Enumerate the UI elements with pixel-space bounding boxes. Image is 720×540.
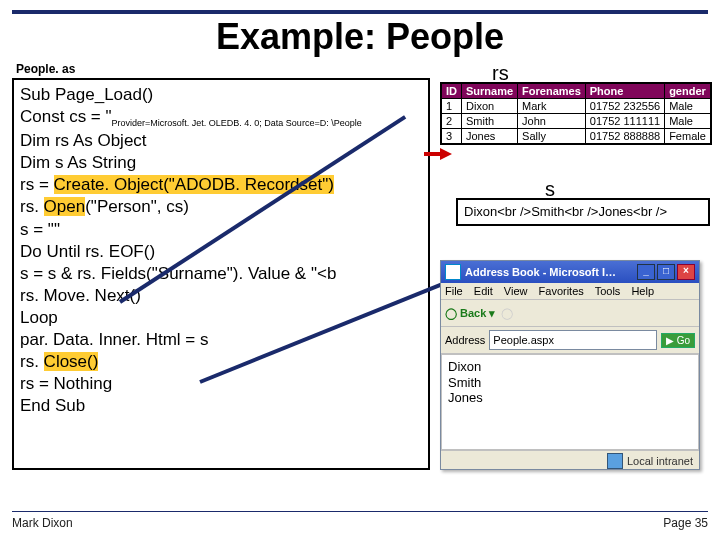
table-row: 2 Smith John 01752 111111 Male <box>441 114 711 129</box>
address-bar: Address ▶ Go <box>441 327 699 354</box>
maximize-button[interactable]: □ <box>657 264 675 280</box>
slide-title: Example: People <box>0 16 720 58</box>
code-line: Const cs = "Provider=Microsoft. Jet. OLE… <box>20 106 422 130</box>
footer-page: Page 35 <box>663 516 708 530</box>
s-box: Dixon<br />Smith<br />Jones<br /> <box>456 198 710 226</box>
col-surname: Surname <box>462 83 518 99</box>
code-text: rs. <box>20 352 44 371</box>
menu-edit[interactable]: Edit <box>474 285 493 297</box>
code-line: rs. Move. Next() <box>20 285 422 307</box>
table-header-row: ID Surname Forenames Phone gender <box>441 83 711 99</box>
window-buttons: _ □ × <box>637 264 695 280</box>
cell: 01752 888888 <box>585 129 664 145</box>
cell: 3 <box>441 129 462 145</box>
table-row: 1 Dixon Mark 01752 232556 Male <box>441 99 711 114</box>
code-line: rs. Open("Person", cs) <box>20 196 422 218</box>
code-text: ("Person", cs) <box>85 197 189 216</box>
cell: 1 <box>441 99 462 114</box>
cell: Mark <box>518 99 586 114</box>
titlebar: Address Book - Microsoft I… _ □ × <box>441 261 699 283</box>
data-table: ID Surname Forenames Phone gender 1 Dixo… <box>440 82 712 145</box>
footer-author: Mark Dixon <box>12 516 73 530</box>
address-input[interactable] <box>489 330 657 350</box>
menu-file[interactable]: File <box>445 285 463 297</box>
code-text-small: Provider=Microsoft. Jet. OLEDB. 4. 0; Da… <box>112 118 362 128</box>
menu-tools[interactable]: Tools <box>595 285 621 297</box>
cell: Jones <box>462 129 518 145</box>
browser-content: Dixon Smith Jones <box>441 354 699 450</box>
code-box: Sub Page_Load() Const cs = "Provider=Mic… <box>12 78 430 470</box>
status-text: Local intranet <box>627 455 693 467</box>
code-line: rs = Nothing <box>20 373 422 395</box>
col-phone: Phone <box>585 83 664 99</box>
cell: Female <box>665 129 711 145</box>
content-line: Jones <box>448 390 692 406</box>
app-icon <box>445 264 461 280</box>
code-line: Dim s As String <box>20 152 422 174</box>
back-label: Back <box>460 307 486 319</box>
col-id: ID <box>441 83 462 99</box>
go-button[interactable]: ▶ Go <box>661 333 695 348</box>
browser-window: Address Book - Microsoft I… _ □ × File E… <box>440 260 700 470</box>
cell: Male <box>665 114 711 129</box>
code-line: Do Until rs. EOF() <box>20 241 422 263</box>
code-text: Const cs = " <box>20 107 112 126</box>
content-line: Smith <box>448 375 692 391</box>
cell: Male <box>665 99 711 114</box>
menu-view[interactable]: View <box>504 285 528 297</box>
code-line: End Sub <box>20 395 422 417</box>
code-text: rs = <box>20 175 54 194</box>
code-line: rs = Create. Object("ADODB. Recordset") <box>20 174 422 196</box>
close-button[interactable]: × <box>677 264 695 280</box>
cell: Dixon <box>462 99 518 114</box>
cell: John <box>518 114 586 129</box>
menu-favorites[interactable]: Favorites <box>539 285 584 297</box>
intranet-icon <box>607 453 623 469</box>
cell: Sally <box>518 129 586 145</box>
table-row: 3 Jones Sally 01752 888888 Female <box>441 129 711 145</box>
go-label: Go <box>677 335 690 346</box>
code-highlight: Open <box>44 197 86 216</box>
cell: 2 <box>441 114 462 129</box>
forward-icon: ◯ <box>501 307 513 320</box>
toolbar: ◯ Back ▾ ◯ <box>441 299 699 327</box>
code-line: rs. Close() <box>20 351 422 373</box>
code-line: Sub Page_Load() <box>20 84 422 106</box>
menu-help[interactable]: Help <box>631 285 654 297</box>
address-label: Address <box>445 334 485 346</box>
code-line: s = s & rs. Fields("Surname"). Value & "… <box>20 263 422 285</box>
cell: 01752 232556 <box>585 99 664 114</box>
window-title: Address Book - Microsoft I… <box>465 266 616 278</box>
code-line: par. Data. Inner. Html = s <box>20 329 422 351</box>
menubar: File Edit View Favorites Tools Help <box>441 283 699 299</box>
cell: Smith <box>462 114 518 129</box>
cell: 01752 111111 <box>585 114 664 129</box>
back-button[interactable]: ◯ Back ▾ <box>445 307 495 320</box>
col-forenames: Forenames <box>518 83 586 99</box>
arrow-icon <box>440 148 452 160</box>
top-rule <box>12 10 708 14</box>
minimize-button[interactable]: _ <box>637 264 655 280</box>
col-gender: gender <box>665 83 711 99</box>
bottom-rule <box>12 511 708 512</box>
code-text: rs. <box>20 197 44 216</box>
statusbar: Local intranet <box>441 450 699 471</box>
code-highlight: Close() <box>44 352 99 371</box>
content-line: Dixon <box>448 359 692 375</box>
